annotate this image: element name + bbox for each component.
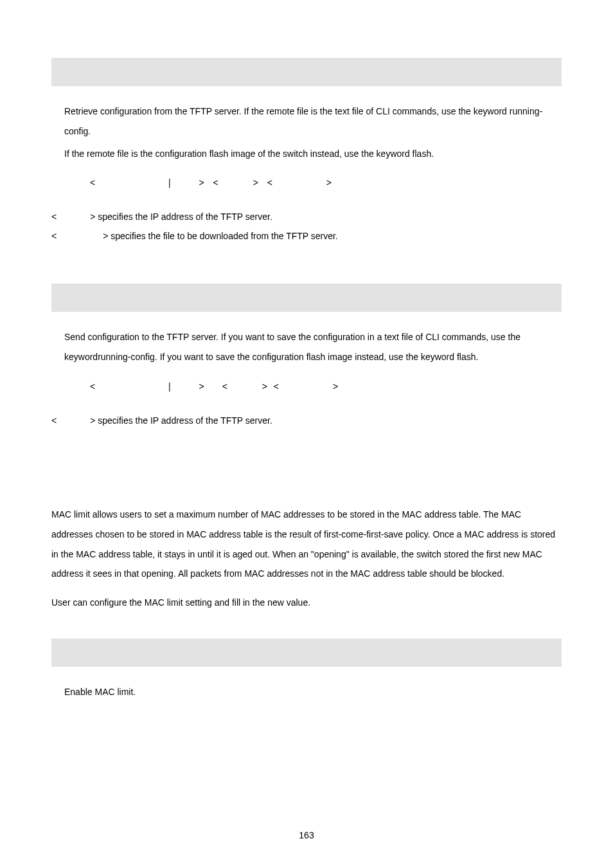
angle-bracket: > [199,177,204,188]
body-paragraph: If the remote file is the configuration … [51,144,562,164]
syntax-line: < | > < > < > [51,380,562,393]
page-number: 163 [0,829,613,842]
body-paragraph: Retrieve configuration from the TFTP ser… [51,102,562,141]
angle-bracket: > [333,381,338,392]
section-heading-copy-running-config-tftp: copy running-config tftp [51,284,562,312]
angle-bracket: < [90,177,95,188]
parameter-line: <> specifies the file to be downloaded f… [51,227,562,245]
angle-bracket: < [51,231,57,241]
parameter-text: > specifies the file to be downloaded fr… [103,231,338,241]
body-paragraph: Send configuration to the TFTP server. I… [51,327,562,367]
angle-bracket: < [51,415,57,426]
angle-bracket: < [222,381,227,392]
syntax-line: < | > < > < > [51,176,562,190]
section-heading-copy-tftp: copy tftp [51,58,562,86]
parameter-line: <> specifies the IP address of the TFTP … [51,208,562,226]
angle-bracket: > [253,177,258,188]
angle-bracket: > [326,177,332,188]
parameter-line: <> specifies the IP address of the TFTP … [51,411,562,429]
parameter-text: > specifies the IP address of the TFTP s… [90,415,272,426]
angle-bracket: > [262,381,267,392]
angle-bracket: < [274,381,279,392]
angle-bracket: > [199,381,204,392]
body-paragraph: MAC limit allows users to set a maximum … [51,505,562,584]
body-paragraph: User can configure the MAC limit setting… [51,593,562,613]
angle-bracket: < [213,177,218,188]
parameter-text: > specifies the IP address of the TFTP s… [90,212,272,222]
document-page: copy tftp Retrieve configuration from th… [0,0,613,868]
body-paragraph: Enable MAC limit. [51,682,562,702]
section-heading-mac-limit-enable: mac-limit enable [51,638,562,667]
angle-bracket: < [90,381,95,392]
section-heading-mac-limit: MAC Limit [51,468,562,485]
angle-bracket: < [51,212,57,222]
pipe-char: | [168,381,171,392]
angle-bracket: < [267,177,272,188]
pipe-char: | [168,177,171,188]
